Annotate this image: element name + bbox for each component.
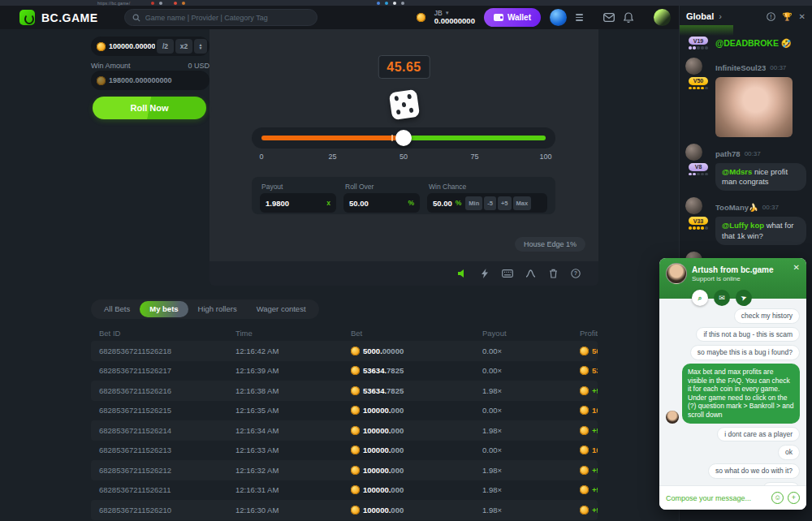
currency-selector[interactable]: JB▼ 0.00000000: [434, 10, 475, 26]
amount-stepper[interactable]: ▲▼: [194, 39, 207, 54]
browser-extension-icon[interactable]: [401, 2, 404, 5]
chat-avatar[interactable]: [685, 197, 702, 214]
wallet-button[interactable]: Wallet: [484, 8, 541, 27]
coin-icon: [580, 366, 589, 375]
bet-time: 12:16:32 AM: [235, 466, 351, 475]
bc-game-logo[interactable]: BC.GAME: [19, 10, 98, 25]
table-row[interactable]: 6828536721152621012:16:30 AM100000.0001.…: [91, 500, 598, 520]
roll-over-field[interactable]: 50.00 %: [343, 193, 420, 213]
scale-label: 25: [328, 153, 336, 161]
browser-extension-icon[interactable]: [174, 2, 177, 5]
browser-url: https://bc.game/: [97, 1, 130, 6]
slider-handle[interactable]: [395, 130, 412, 146]
max-button[interactable]: Max: [513, 196, 532, 210]
amount-input[interactable]: 100000.00000000: [109, 42, 155, 50]
table-row[interactable]: 6828536721152621412:16:34 AM100000.0001.…: [91, 420, 598, 441]
half-bet-button[interactable]: /2: [157, 39, 174, 54]
chevron-right-icon[interactable]: ›: [719, 11, 722, 21]
chat-image-crying-baby-gif[interactable]: [715, 77, 793, 137]
min-button[interactable]: Min: [465, 196, 482, 210]
support-close-icon[interactable]: ✕: [793, 263, 800, 272]
support-search-icon[interactable]: ⌕: [692, 290, 708, 306]
bet-profit: 53634.7825: [580, 366, 598, 375]
search-input[interactable]: [145, 14, 309, 22]
tab-my-bets[interactable]: My bets: [140, 301, 188, 317]
support-message-user: so what do we do with it?: [708, 463, 800, 479]
table-row[interactable]: 6828536721152621312:16:33 AM100000.0000.…: [91, 441, 598, 461]
roll-slider[interactable]: [252, 127, 555, 149]
table-row[interactable]: 6828536721152621712:16:39 AM53634.78250.…: [91, 361, 598, 381]
support-email-icon[interactable]: ✉: [714, 290, 730, 306]
table-row[interactable]: 6828536721152621212:16:32 AM100000.0001.…: [91, 460, 598, 480]
support-agent-avatar: [666, 263, 687, 284]
promo-avatar-icon[interactable]: [654, 9, 671, 26]
tab-all-bets[interactable]: All Bets: [94, 299, 140, 319]
mention-link[interactable]: @Mdsrs: [722, 167, 754, 176]
chat-room-selector[interactable]: Global: [686, 11, 714, 21]
browser-extension-icon[interactable]: [393, 2, 396, 5]
table-row[interactable]: 6828536721152621512:16:35 AM100000.0000.…: [91, 401, 598, 421]
double-bet-button[interactable]: x2: [175, 39, 192, 54]
table-row[interactable]: 6828536721152621612:16:38 AM53634.78251.…: [91, 381, 598, 401]
live-stats-icon[interactable]: [519, 269, 542, 278]
support-compose-input[interactable]: [666, 494, 767, 502]
plus5-button[interactable]: +5: [498, 196, 512, 210]
chat-avatar[interactable]: [685, 58, 702, 75]
chat-username[interactable]: TooMany🍌: [715, 203, 758, 212]
user-avatar[interactable]: [550, 9, 567, 26]
clear-trash-icon[interactable]: [542, 269, 564, 278]
bet-amount: 100000.000: [351, 466, 482, 475]
emoji-icon[interactable]: ☺: [771, 492, 784, 504]
chat-username[interactable]: path78: [715, 149, 741, 158]
help-icon[interactable]: ?: [564, 269, 587, 278]
browser-extension-icon[interactable]: [159, 2, 162, 5]
roll-over-value: 50.00: [349, 199, 369, 208]
support-telegram-icon[interactable]: ➤: [733, 287, 754, 308]
chat-avatar[interactable]: [685, 144, 702, 161]
slider-track[interactable]: [261, 136, 546, 140]
hotkeys-keyboard-icon[interactable]: [496, 269, 519, 278]
sound-icon[interactable]: [451, 269, 473, 278]
bet-amount: 53634.7825: [351, 366, 482, 375]
chat-close-icon[interactable]: ✕: [799, 12, 806, 21]
house-edge-badge: House Edge 1%: [515, 237, 585, 252]
win-chance-value: 50.00: [433, 199, 452, 208]
room-active-glow: [680, 25, 733, 36]
coin-icon: [351, 466, 360, 475]
chat-rules-icon[interactable]: !: [767, 12, 775, 21]
browser-extension-icon[interactable]: [182, 2, 185, 5]
level-stars: [689, 46, 708, 50]
win-amount-usd-value: 0 USD: [188, 62, 209, 70]
bet-payout: 0.00×: [482, 366, 580, 375]
browser-extension-icon[interactable]: [385, 2, 388, 5]
tab-high-rollers[interactable]: High rollers: [188, 299, 247, 319]
browser-extension-icon[interactable]: [377, 2, 380, 5]
support-message-agent: Max bet and max profits are visible in t…: [682, 364, 800, 424]
bet-time: 12:16:31 AM: [235, 485, 351, 494]
bet-profit: +5000.00000: [580, 485, 598, 494]
game-search[interactable]: [124, 9, 317, 26]
attach-plus-icon[interactable]: +: [788, 492, 800, 504]
table-row[interactable]: 6828536721152621112:16:31 AM100000.0001.…: [91, 480, 598, 501]
coin-icon: [580, 426, 589, 435]
win-amount-header: Win Amount 0 USD: [91, 62, 209, 70]
browser-extension-icon[interactable]: [151, 2, 154, 5]
win-chance-unit: %: [456, 199, 462, 207]
win-chance-field[interactable]: 50.00 % Min -5 +5 Max: [427, 193, 547, 213]
mention-link[interactable]: @Luffy kop: [722, 221, 767, 230]
chat-username[interactable]: InfiniteSoul23: [715, 63, 766, 72]
table-row[interactable]: 6828536721152621812:16:42 AM5000.000000.…: [91, 341, 598, 361]
profile-menu-icon[interactable]: [576, 14, 583, 21]
col-time: Time: [235, 329, 351, 338]
messages-icon[interactable]: [603, 13, 615, 22]
payout-field[interactable]: 1.9800 x: [260, 193, 336, 213]
scale-label: 75: [470, 153, 478, 161]
tab-wager-contest[interactable]: Wager contest: [247, 299, 316, 319]
notifications-bell-icon[interactable]: [624, 12, 633, 23]
minus5-button[interactable]: -5: [484, 196, 496, 210]
turbo-bet-icon[interactable]: [473, 269, 496, 278]
trophy-icon[interactable]: 🏆: [782, 12, 792, 21]
coin-icon: [580, 446, 589, 454]
bet-payout: 0.00×: [482, 347, 580, 355]
roll-now-button[interactable]: Roll Now: [93, 97, 206, 119]
